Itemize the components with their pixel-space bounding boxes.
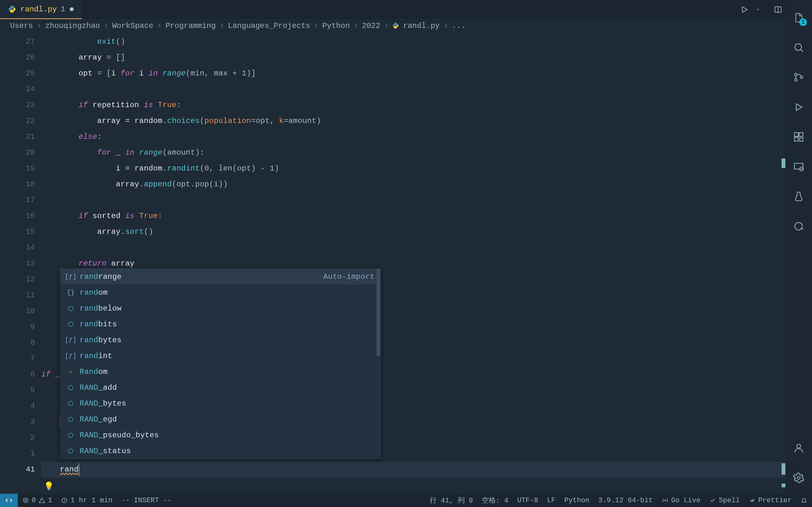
svg-point-27 — [664, 500, 665, 501]
svg-rect-16 — [795, 137, 798, 141]
variable-icon: ⬡ — [66, 447, 75, 455]
svg-marker-2 — [743, 7, 747, 12]
explorer-badge: 1 — [799, 18, 807, 26]
autocomplete-item[interactable]: ⬡RAND_add — [61, 380, 380, 395]
crumb[interactable]: 2022 — [362, 21, 380, 30]
spell-check[interactable]: Spell — [705, 496, 744, 505]
autocomplete-item[interactable]: [ƒ]randint — [61, 348, 380, 364]
svg-point-22 — [798, 476, 800, 480]
autocomplete-popup[interactable]: [ƒ] randrange Auto-import {}random ⬡rand… — [60, 268, 380, 459]
testing-icon[interactable] — [792, 190, 805, 203]
status-bar: 0 1 1 hr 1 min -- INSERT -- 行 41, 列 9 空格… — [0, 494, 812, 507]
variable-icon: ⬡ — [66, 320, 75, 328]
function-icon: [ƒ] — [66, 337, 75, 344]
broadcast-icon — [662, 497, 669, 504]
crumb[interactable]: ... — [452, 21, 466, 30]
class-icon: ⬨ — [66, 368, 75, 376]
activity-bar: 1 — [785, 0, 812, 494]
crumb[interactable]: Python — [322, 21, 350, 30]
split-editor-icon[interactable] — [773, 5, 783, 14]
breadcrumb[interactable]: Users› zhouqingzhao› WorkSpace› Programm… — [0, 19, 812, 34]
cursor-position[interactable]: 行 41, 列 9 — [425, 496, 477, 505]
svg-point-21 — [797, 444, 801, 448]
variable-icon: ⬡ — [66, 400, 75, 407]
language-mode[interactable]: Python — [560, 496, 594, 505]
autocomplete-item[interactable]: ⬨Random — [61, 364, 380, 380]
sync-icon[interactable] — [792, 220, 805, 233]
crumb[interactable]: WorkSpace — [112, 21, 154, 30]
source-control-icon[interactable] — [792, 71, 805, 83]
svg-line-9 — [801, 49, 803, 52]
svg-rect-15 — [799, 133, 803, 136]
svg-point-8 — [795, 44, 802, 50]
autocomplete-item[interactable]: [ƒ]randbytes — [61, 332, 380, 348]
crumb[interactable]: randl.py — [403, 21, 440, 30]
autocomplete-item[interactable]: {}random — [61, 285, 380, 300]
autocomplete-item[interactable]: ⬡RAND_bytes — [61, 395, 380, 411]
function-icon: [ƒ] — [66, 273, 75, 280]
notifications[interactable] — [796, 496, 812, 505]
chevron-down-icon[interactable] — [753, 5, 763, 14]
indentation[interactable]: 空格: 4 — [477, 496, 513, 505]
editor-tab[interactable]: randl.py 1 ● — [0, 0, 82, 19]
crumb[interactable]: Users — [10, 21, 33, 30]
line-number-gutter: 27 26 25 24 23 22 21 20 19 18 17 16 15 1… — [0, 34, 41, 495]
bell-icon — [801, 497, 808, 504]
function-icon: [ƒ] — [66, 352, 75, 360]
prettier[interactable]: Prettier — [744, 496, 796, 505]
autocomplete-detail: Auto-import — [323, 273, 374, 281]
variable-icon: ⬡ — [66, 384, 75, 392]
explorer-icon[interactable]: 1 — [792, 11, 805, 24]
module-icon: {} — [66, 289, 75, 296]
go-live[interactable]: Go Live — [657, 496, 705, 505]
python-interpreter[interactable]: 3.9.12 64-bit — [594, 496, 657, 505]
autocomplete-item[interactable]: [ƒ] randrange Auto-import — [61, 269, 380, 285]
svg-rect-14 — [795, 133, 798, 136]
crumb[interactable]: Languages_Projects — [228, 21, 310, 30]
svg-marker-13 — [797, 104, 802, 111]
check-icon — [749, 497, 756, 504]
python-icon — [392, 22, 399, 30]
clock-icon — [61, 497, 68, 504]
encoding[interactable]: UTF-8 — [513, 496, 543, 505]
warning-icon — [38, 497, 45, 504]
remote-indicator[interactable] — [0, 494, 18, 507]
variable-icon: ⬡ — [66, 431, 75, 439]
run-debug-icon[interactable] — [792, 101, 805, 113]
error-icon — [22, 497, 29, 504]
eol[interactable]: LF — [543, 496, 560, 505]
problems-indicator[interactable]: 0 1 — [18, 497, 56, 504]
svg-point-1 — [13, 11, 14, 12]
tab-dirty-indicator: ● — [69, 4, 74, 14]
variable-icon: ⬡ — [66, 415, 75, 424]
autocomplete-item[interactable]: ⬡RAND_egd — [61, 411, 380, 427]
wakatime-indicator[interactable]: 1 hr 1 min — [56, 497, 117, 504]
autocomplete-scrollbar[interactable] — [376, 269, 380, 356]
editor[interactable]: 27 26 25 24 23 22 21 20 19 18 17 16 15 1… — [0, 34, 812, 495]
autocomplete-item[interactable]: ⬡RAND_pseudo_bytes — [61, 427, 380, 443]
svg-rect-18 — [795, 164, 803, 169]
autocomplete-item[interactable]: ⬡RAND_status — [61, 443, 380, 459]
text-cursor — [79, 463, 79, 476]
account-icon[interactable] — [792, 442, 805, 454]
svg-rect-17 — [800, 138, 803, 141]
crumb[interactable]: Programming — [165, 21, 216, 30]
autocomplete-item[interactable]: ⬡randbelow — [61, 300, 380, 316]
vim-mode: -- INSERT -- — [117, 497, 176, 504]
run-icon[interactable] — [740, 5, 749, 14]
gear-icon[interactable] — [792, 471, 805, 484]
code-area[interactable]: exit() array = [] opt = [i for i in rang… — [41, 34, 812, 495]
tab-bar: randl.py 1 ● — [0, 0, 812, 19]
variable-icon: ⬡ — [66, 304, 75, 313]
search-icon[interactable] — [792, 41, 805, 54]
extensions-icon[interactable] — [792, 130, 805, 143]
remote-explorer-icon[interactable] — [792, 160, 805, 173]
crumb[interactable]: zhouqingzhao — [45, 21, 100, 30]
tab-filename: randl.py — [20, 5, 57, 14]
autocomplete-item[interactable]: ⬡randbits — [61, 316, 380, 332]
svg-point-0 — [10, 7, 11, 7]
minimap[interactable] — [776, 32, 785, 494]
svg-point-12 — [800, 76, 803, 78]
python-icon — [8, 5, 16, 14]
tab-badge: 1 — [61, 5, 65, 14]
